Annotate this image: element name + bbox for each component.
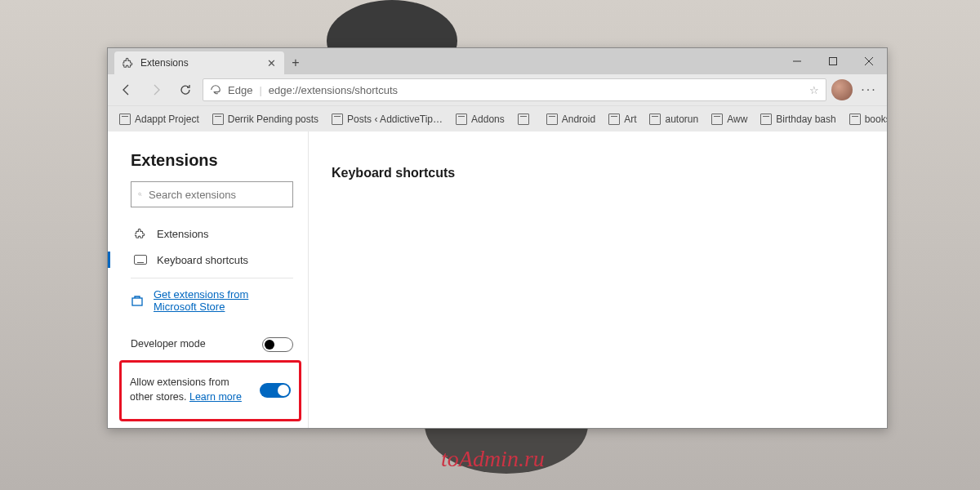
folder-icon: [608, 114, 620, 125]
folder-icon: [649, 114, 661, 125]
bookmark-item[interactable]: books: [844, 110, 887, 128]
back-button[interactable]: [114, 78, 139, 102]
sidebar: Extensions Extensions Keyboard shortcuts…: [108, 131, 309, 428]
puzzle-icon: [134, 227, 147, 240]
favorite-icon[interactable]: ☆: [809, 84, 819, 96]
address-separator: |: [259, 84, 261, 96]
allow-other-stores-toggle[interactable]: [260, 383, 291, 398]
main-panel: Keyboard shortcuts: [309, 131, 887, 428]
bookmark-item[interactable]: Adappt Project: [114, 110, 204, 128]
watermark-text: toAdmin.ru: [441, 446, 545, 472]
main-heading: Keyboard shortcuts: [332, 166, 864, 180]
search-icon: [138, 189, 142, 200]
page-icon: [212, 114, 224, 125]
folder-icon: [760, 114, 772, 125]
developer-mode-label: Developer mode: [131, 337, 262, 352]
keyboard-icon: [134, 253, 147, 266]
divider: [131, 278, 293, 278]
profile-avatar[interactable]: [831, 79, 853, 100]
bookmarks-bar: Adappt Project Derrik Pending posts Post…: [108, 105, 887, 131]
learn-more-link[interactable]: Learn more: [189, 391, 242, 403]
browser-window: Extensions ✕ + Edge | edge://extensions/…: [107, 47, 888, 429]
window-controls: [779, 48, 887, 74]
search-extensions-box[interactable]: [131, 181, 293, 207]
address-url: edge://extensions/shortcuts: [269, 84, 398, 96]
edge-icon: [210, 84, 221, 96]
bookmark-item[interactable]: Art: [604, 110, 641, 128]
folder-icon: [518, 114, 529, 125]
close-tab-button[interactable]: ✕: [266, 58, 276, 68]
bookmark-item[interactable]: autorun: [644, 110, 703, 128]
store-icon: [131, 294, 144, 307]
page-content: Extensions Extensions Keyboard shortcuts…: [108, 131, 887, 428]
close-window-button[interactable]: [851, 48, 887, 74]
refresh-button[interactable]: [173, 78, 198, 102]
svg-rect-1: [830, 58, 837, 65]
minimize-button[interactable]: [779, 48, 815, 74]
folder-icon: [849, 114, 861, 125]
store-link-row: Get extensions from Microsoft Store: [131, 288, 293, 313]
address-bar[interactable]: Edge | edge://extensions/shortcuts ☆: [203, 78, 826, 101]
page-title: Extensions: [131, 151, 293, 170]
nav-label: Extensions: [157, 228, 209, 240]
svg-rect-6: [132, 298, 142, 305]
settings-menu-button[interactable]: ···: [858, 78, 880, 101]
new-tab-button[interactable]: +: [284, 51, 307, 74]
folder-icon: [456, 114, 467, 125]
developer-mode-row: Developer mode: [131, 329, 293, 360]
toolbar: Edge | edge://extensions/shortcuts ☆ ···: [108, 74, 887, 105]
folder-icon: [546, 114, 558, 125]
maximize-button[interactable]: [815, 48, 851, 74]
bookmark-item[interactable]: Derrik Pending posts: [207, 110, 323, 128]
nav-label: Keyboard shortcuts: [157, 254, 248, 266]
browser-tab[interactable]: Extensions ✕: [114, 51, 284, 74]
bookmark-item[interactable]: Aww: [706, 110, 752, 128]
bookmark-item[interactable]: [513, 110, 538, 128]
search-input[interactable]: [149, 189, 286, 201]
bookmark-item[interactable]: Addons: [451, 110, 510, 128]
bookmark-item[interactable]: Birthday bash: [755, 110, 840, 128]
extension-icon: [122, 57, 134, 69]
svg-point-4: [139, 193, 141, 195]
sidebar-item-keyboard-shortcuts[interactable]: Keyboard shortcuts: [131, 247, 293, 273]
sidebar-item-extensions[interactable]: Extensions: [131, 220, 293, 247]
page-icon: [332, 114, 343, 125]
tab-strip: Extensions ✕ +: [108, 48, 887, 74]
allow-other-stores-row: Allow extensions from other stores. Lear…: [130, 368, 291, 412]
allow-other-stores-label: Allow extensions from other stores. Lear…: [130, 376, 260, 404]
address-label: Edge: [228, 84, 252, 96]
bookmark-item[interactable]: Posts ‹ AddictiveTip…: [327, 110, 448, 128]
bookmark-item[interactable]: Android: [541, 110, 600, 128]
forward-button[interactable]: [144, 78, 168, 102]
developer-mode-toggle[interactable]: [262, 337, 293, 352]
folder-icon: [711, 114, 723, 125]
highlighted-setting: Allow extensions from other stores. Lear…: [119, 360, 301, 421]
get-extensions-link[interactable]: Get extensions from Microsoft Store: [154, 288, 293, 313]
tab-title: Extensions: [140, 57, 189, 69]
svg-line-5: [140, 195, 141, 196]
page-icon: [119, 114, 131, 125]
